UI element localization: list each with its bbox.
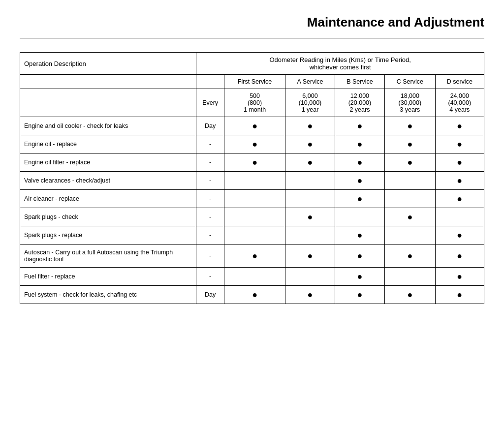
row-6-col-0-dot [224, 226, 285, 245]
dot-icon: ● [252, 121, 257, 131]
table-row: Engine oil filter - replace-●●●●● [20, 153, 484, 172]
dot-icon: ● [308, 157, 313, 167]
row-1-col-2-dot: ● [335, 135, 384, 153]
col-subheader-first-service: First Service [224, 75, 285, 89]
row-7-description: Autoscan - Carry out a full Autoscan usi… [20, 245, 196, 268]
row-4-col-3-dot [385, 190, 435, 208]
row-1-col-3-dot: ● [385, 135, 435, 153]
row-7-col-4-dot: ● [435, 245, 484, 268]
col-header-odometer: Odometer Reading in Miles (Kms) or Time … [196, 53, 484, 75]
row-9-col-1-dot: ● [285, 286, 335, 304]
row-3-col-1-dot [285, 172, 335, 190]
row-3-col-2-dot: ● [335, 172, 384, 190]
dot-icon: ● [252, 251, 257, 261]
interval-first: 500 (800) 1 month [224, 89, 285, 117]
dot-icon: ● [407, 157, 412, 167]
table-row: Spark plugs - check-●● [20, 208, 484, 226]
interval-header-empty-desc [20, 89, 196, 117]
row-1-description: Engine oil - replace [20, 135, 196, 153]
row-8-description: Fuel filter - replace [20, 268, 196, 286]
row-8-col-1-dot [285, 268, 335, 286]
dot-icon: ● [457, 272, 462, 281]
row-8-col-4-dot: ● [435, 268, 484, 286]
row-1-col-0-dot: ● [224, 135, 285, 153]
dot-icon: ● [407, 251, 412, 261]
row-0-col-1-dot: ● [285, 117, 335, 135]
row-9-col-3-dot: ● [385, 286, 435, 304]
dot-icon: ● [457, 139, 462, 149]
dot-icon: ● [357, 176, 362, 185]
row-7-col-3-dot: ● [385, 245, 435, 268]
row-0-every: Day [196, 117, 224, 135]
row-4-every: - [196, 190, 224, 208]
dot-icon: ● [457, 290, 462, 300]
row-8-col-2-dot: ● [335, 268, 384, 286]
dot-icon: ● [308, 251, 313, 261]
row-0-description: Engine and oil cooler - check for leaks [20, 117, 196, 135]
dot-icon: ● [252, 290, 257, 300]
row-4-description: Air cleaner - replace [20, 190, 196, 208]
row-4-col-1-dot [285, 190, 335, 208]
table-row: Autoscan - Carry out a full Autoscan usi… [20, 245, 484, 268]
divider [20, 38, 484, 38]
row-0-col-0-dot: ● [224, 117, 285, 135]
row-6-description: Spark plugs - replace [20, 226, 196, 245]
dot-icon: ● [357, 272, 362, 281]
dot-icon: ● [357, 157, 362, 167]
row-0-col-3-dot: ● [385, 117, 435, 135]
row-5-description: Spark plugs - check [20, 208, 196, 226]
table-row: Fuel system - check for leaks, chafing e… [20, 286, 484, 304]
dot-icon: ● [457, 194, 462, 204]
row-6-col-4-dot: ● [435, 226, 484, 245]
table-row: Air cleaner - replace-●● [20, 190, 484, 208]
row-2-col-4-dot: ● [435, 153, 484, 172]
dot-icon: ● [357, 121, 362, 131]
col-subheader-d-service: D service [435, 75, 484, 89]
page-title: Maintenance and Adjustment [20, 15, 484, 30]
row-0-col-4-dot: ● [435, 117, 484, 135]
row-5-col-3-dot: ● [385, 208, 435, 226]
dot-icon: ● [407, 290, 412, 300]
table-row: Engine and oil cooler - check for leaksD… [20, 117, 484, 135]
dot-icon: ● [357, 230, 362, 240]
row-6-col-3-dot [385, 226, 435, 245]
dot-icon: ● [252, 139, 257, 149]
row-9-every: Day [196, 286, 224, 304]
row-5-every: - [196, 208, 224, 226]
maintenance-table: Operation Description Odometer Reading i… [20, 52, 484, 304]
dot-icon: ● [308, 121, 313, 131]
table-row: Valve clearances - check/adjust-●● [20, 172, 484, 190]
row-8-col-0-dot [224, 268, 285, 286]
col-subheader-b-service: B Service [335, 75, 384, 89]
row-6-every: - [196, 226, 224, 245]
row-9-description: Fuel system - check for leaks, chafing e… [20, 286, 196, 304]
row-5-col-1-dot: ● [285, 208, 335, 226]
dot-icon: ● [357, 194, 362, 204]
dot-icon: ● [407, 139, 412, 149]
row-3-col-3-dot [385, 172, 435, 190]
dot-icon: ● [457, 157, 462, 167]
dot-icon: ● [457, 121, 462, 131]
row-2-col-0-dot: ● [224, 153, 285, 172]
col-subheader-empty-every [196, 75, 224, 89]
table-row: Spark plugs - replace-●● [20, 226, 484, 245]
table-row: Engine oil - replace-●●●●● [20, 135, 484, 153]
col-subheader-c-service: C Service [385, 75, 435, 89]
interval-a: 6,000 (10,000) 1 year [285, 89, 335, 117]
dot-icon: ● [357, 251, 362, 261]
row-4-col-4-dot: ● [435, 190, 484, 208]
interval-header-every-label: Every [196, 89, 224, 117]
row-2-col-1-dot: ● [285, 153, 335, 172]
row-2-description: Engine oil filter - replace [20, 153, 196, 172]
interval-b: 12,000 (20,000) 2 years [335, 89, 384, 117]
row-1-col-4-dot: ● [435, 135, 484, 153]
row-9-col-2-dot: ● [335, 286, 384, 304]
dot-icon: ● [407, 121, 412, 131]
row-8-col-3-dot [385, 268, 435, 286]
interval-c: 18,000 (30,000) 3 years [385, 89, 435, 117]
interval-d: 24,000 (40,000) 4 years [435, 89, 484, 117]
col-subheader-empty-desc [20, 75, 196, 89]
col-header-description: Operation Description [20, 53, 196, 75]
row-7-col-1-dot: ● [285, 245, 335, 268]
row-6-col-1-dot [285, 226, 335, 245]
